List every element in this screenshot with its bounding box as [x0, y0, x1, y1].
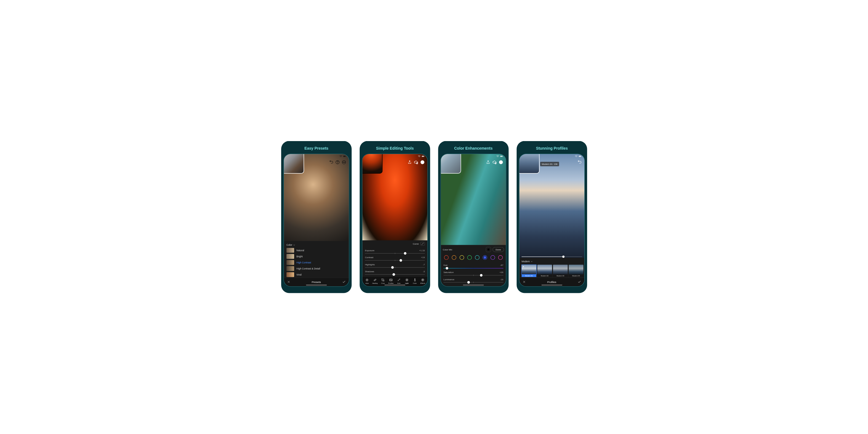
showcase-profiles: Stunning Profiles Modern 01: 138 Modern [517, 141, 587, 293]
home-indicator[interactable] [384, 285, 405, 285]
slider-label: Exposure [365, 249, 374, 251]
undo-icon[interactable] [577, 160, 581, 164]
exposure-slider[interactable] [365, 252, 425, 254]
svg-rect-10 [422, 156, 424, 157]
svg-point-14 [421, 162, 422, 163]
profile-strip[interactable]: ★Modern 01 Modern 02 Modern 03 Modern 04… [519, 264, 584, 277]
home-indicator[interactable] [463, 285, 484, 285]
cloud-check-icon[interactable] [414, 160, 418, 164]
svg-rect-34 [579, 156, 581, 157]
home-indicator[interactable] [541, 285, 562, 285]
showcase-presets: Easy Presets Color Natural Bright High [281, 141, 351, 293]
battery-icon [579, 155, 581, 157]
tool-light[interactable]: Light [403, 278, 410, 284]
done-button[interactable]: Done [492, 247, 504, 252]
confirm-icon[interactable] [342, 280, 346, 284]
slider-value: +26 [499, 271, 503, 273]
profile-card[interactable]: ★Modern 01 [521, 265, 536, 277]
highlights-slider[interactable] [365, 266, 425, 269]
profile-card[interactable]: Modern 02 [537, 265, 552, 277]
targeted-adjustment-button[interactable] [486, 247, 491, 252]
device-presets: Color Natural Bright High Contrast High … [283, 154, 349, 286]
hue-slider[interactable] [443, 267, 503, 270]
wand-icon [397, 278, 400, 282]
profile-category[interactable]: Modern [519, 259, 584, 264]
slider-value: -87 [500, 264, 503, 267]
more-icon[interactable] [342, 160, 346, 164]
preset-category[interactable]: Color [284, 243, 348, 247]
tool-selective[interactable]: ctive [363, 278, 371, 284]
tool-label: Color [413, 282, 417, 284]
wifi-icon [417, 155, 420, 157]
tool-crop[interactable]: Crop [379, 278, 386, 284]
slider-label: Shadows [365, 270, 374, 273]
swatch-yellow[interactable] [460, 255, 464, 260]
profile-thumb [537, 265, 552, 274]
swatch-aqua[interactable] [475, 255, 479, 260]
help-icon[interactable] [335, 160, 339, 164]
swatch-magenta[interactable] [498, 255, 502, 260]
curve-label: Curve [412, 242, 419, 245]
target-icon [365, 278, 369, 282]
home-indicator[interactable] [306, 285, 327, 285]
device-editing: Curve Exposure+1.33 Contrast+19 Highligh… [362, 154, 428, 286]
tool-auto[interactable]: Auto [395, 278, 402, 284]
tool-label: Healing [372, 282, 377, 284]
tool-color[interactable]: Color [411, 278, 418, 284]
profile-thumb [553, 265, 567, 274]
preset-item[interactable]: High Contrast [284, 259, 348, 266]
close-icon[interactable] [287, 280, 290, 284]
more-icon[interactable] [420, 160, 425, 164]
svg-point-23 [422, 279, 423, 280]
light-panel: Curve Exposure+1.33 Contrast+19 Highligh… [362, 241, 427, 286]
presets-panel: Color Natural Bright High Contrast High … [284, 241, 348, 278]
swatch-red[interactable] [444, 255, 448, 260]
preset-item[interactable]: Bright [284, 253, 348, 259]
slider-label: Saturation [443, 271, 454, 273]
curve-button[interactable] [420, 242, 425, 245]
cloud-check-icon[interactable] [492, 160, 497, 164]
tool-profiles[interactable]: Profiles [387, 278, 395, 284]
saturation-slider[interactable] [443, 274, 503, 277]
share-icon[interactable] [486, 160, 490, 164]
effects-icon [421, 278, 425, 282]
before-thumbnail [440, 154, 461, 174]
more-icon[interactable] [499, 160, 503, 164]
confirm-icon[interactable] [578, 280, 581, 284]
swatch-blue[interactable] [483, 255, 487, 260]
contrast-slider[interactable] [365, 259, 425, 262]
swatch-purple[interactable] [490, 255, 495, 260]
svg-point-31 [501, 162, 502, 163]
preset-swatch [286, 248, 294, 253]
showcase-title: Easy Presets [304, 146, 329, 151]
svg-point-7 [344, 162, 344, 163]
svg-rect-1 [343, 156, 345, 157]
swatch-green[interactable] [467, 255, 471, 260]
tool-label: ctive [365, 282, 368, 284]
tool-healing[interactable]: Healing [371, 278, 379, 284]
undo-icon[interactable] [329, 160, 333, 164]
shadows-slider[interactable] [365, 273, 425, 276]
slider-value: +1.33 [419, 249, 425, 251]
swatch-orange[interactable] [452, 255, 456, 260]
preset-label: High Contrast & Detail [296, 267, 320, 270]
profile-overlay-label: Modern 01: 138 [540, 162, 559, 166]
panel-label: Color Mix [443, 248, 484, 251]
preset-item[interactable]: Natural [284, 247, 348, 253]
preset-item[interactable]: High Contrast & Detail [284, 266, 348, 272]
preset-item[interactable]: Vivid [284, 272, 348, 278]
slider-label: Hue [443, 264, 447, 267]
slider-value: -3 [423, 270, 425, 273]
profile-card[interactable]: Modern 03 [553, 265, 567, 277]
close-icon[interactable] [523, 280, 526, 284]
preset-swatch [286, 266, 294, 271]
tool-label: Profiles [388, 282, 393, 284]
preset-swatch [286, 260, 294, 265]
luminance-slider[interactable] [443, 281, 503, 283]
profile-amount-slider[interactable] [521, 256, 582, 257]
thermometer-icon [413, 278, 416, 282]
profile-card[interactable]: Modern 04 [569, 265, 583, 277]
category-label: Modern [521, 260, 529, 263]
tool-effects[interactable]: Effects [419, 278, 426, 284]
share-icon[interactable] [407, 160, 411, 164]
